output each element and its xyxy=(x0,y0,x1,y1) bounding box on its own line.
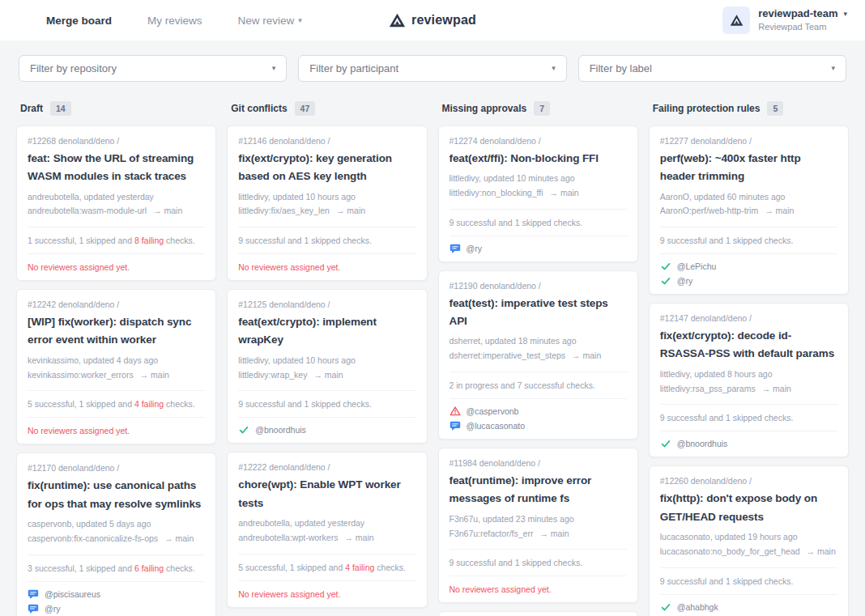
reviewer-handle[interactable]: @LePichu xyxy=(677,261,717,271)
pr-title[interactable]: perf(web): ~400x faster http header trim… xyxy=(660,150,837,186)
nav-merge-board[interactable]: Merge board xyxy=(46,15,112,27)
reviewer-handle[interactable]: @bnoordhuis xyxy=(255,425,306,435)
pr-card[interactable]: #12242 denoland/deno / [WIP] fix(worker)… xyxy=(16,289,216,444)
pr-checks-status: 9 successful and 1 skipped checks. xyxy=(660,227,837,253)
check-icon xyxy=(660,275,671,287)
reviewer-handle[interactable]: @bnoordhuis xyxy=(677,439,728,448)
nav-my-reviews[interactable]: My reviews xyxy=(147,15,202,27)
reviewer-handle[interactable]: @lucacasonato xyxy=(467,421,526,431)
pr-title[interactable]: feat: Show the URL of streaming WASM mod… xyxy=(28,150,205,186)
reviewer-handle[interactable]: @ry xyxy=(45,604,60,614)
pr-title[interactable]: [WIP] fix(worker): dispatch sync error e… xyxy=(28,313,205,350)
checks-text: checks. xyxy=(164,399,195,409)
pr-author-updated: AaronO, updated 60 minutes ago xyxy=(660,190,837,205)
pr-card[interactable]: #12268 denoland/deno / feat: Show the UR… xyxy=(16,125,216,281)
pr-card[interactable]: #12222 denoland/deno / chore(wpt): Enabl… xyxy=(227,452,427,607)
pr-card[interactable]: #12260 denoland/deno / fix(http): don't … xyxy=(649,465,849,616)
pr-reviewers-list: @ry xyxy=(450,236,627,261)
pr-title[interactable]: fix(ext/crypto): decode id-RSASSA-PSS wi… xyxy=(660,327,837,363)
pr-target-branch: → main xyxy=(140,368,169,383)
column-count-badge: 7 xyxy=(534,101,550,116)
check-icon xyxy=(660,438,671,449)
pr-id-repo: #12260 denoland/deno / xyxy=(660,476,837,486)
column-cards: #12268 denoland/deno / feat: Show the UR… xyxy=(16,125,216,616)
reviewer-handle[interactable]: @ry xyxy=(467,244,482,253)
pr-target-branch: → main xyxy=(549,186,578,201)
account-team: Reviewpad Team xyxy=(758,21,847,32)
pr-card[interactable]: #12277 denoland/deno / perf(web): ~400x … xyxy=(649,125,849,295)
pr-source-branch: kevinkassimo:worker_errors xyxy=(28,368,134,383)
pr-source-branch: littledivy:wrap_key xyxy=(238,368,307,383)
nav-new-review-label: New review xyxy=(238,15,295,27)
board-column: Git conflicts 47 #12146 denoland/deno / … xyxy=(227,96,427,616)
chevron-down-icon: ▾ xyxy=(831,65,835,72)
filter-bar: Filter by repository ▾ Filter by partici… xyxy=(0,40,865,93)
no-reviewers-warning: No reviewers assigned yet. xyxy=(28,417,205,444)
checks-text: 9 successful and 1 skipped checks. xyxy=(450,558,583,567)
pr-checks-status: 1 successful, 1 skipped and 8 failing ch… xyxy=(28,227,205,253)
checks-text: 9 successful and 1 skipped checks. xyxy=(660,413,794,423)
checks-text: 9 successful and 1 skipped checks. xyxy=(660,236,794,245)
pr-title[interactable]: fix(runtime): use canonical paths for op… xyxy=(28,477,205,513)
pr-card[interactable]: #12147 denoland/deno / fix(ext/crypto): … xyxy=(649,303,849,457)
pr-title[interactable]: feat(test): imperative test steps API xyxy=(450,295,627,331)
reviewer-row: @bnoordhuis xyxy=(660,438,837,449)
repository-filter[interactable]: Filter by repository ▾ xyxy=(19,55,287,82)
reviewer-row: @ry xyxy=(660,275,837,287)
pr-id-repo: #12277 denoland/deno / xyxy=(660,136,837,146)
account-menu[interactable]: reviewpad-team ▾ Reviewpad Team xyxy=(722,6,865,34)
pr-author-updated: littledivy, updated 10 hours ago xyxy=(238,190,415,205)
column-header: Draft 14 xyxy=(20,101,216,116)
pr-title[interactable]: chore(wpt): Enable WPT worker tests xyxy=(238,476,415,512)
chevron-down-icon: ▾ xyxy=(552,65,556,72)
pr-checks-status: 9 successful and 1 skipped checks. xyxy=(238,227,415,253)
board-column: Failing protection rules 5 #12277 denola… xyxy=(649,96,849,616)
checks-text: 9 successful and 1 skipped checks. xyxy=(660,576,794,586)
pr-card[interactable]: #12278 denoland/deno / feat: web Serial … xyxy=(438,611,638,616)
pr-id-repo: #11984 denoland/deno / xyxy=(450,458,627,468)
failing-checks-count: 4 failing xyxy=(134,399,164,409)
checks-text: 3 successful, 1 skipped and xyxy=(28,563,134,573)
pr-branch-line: littledivy:fix/aes_key_len → main xyxy=(238,204,415,227)
check-icon xyxy=(660,261,671,272)
reviewer-handle[interactable]: @ahabhgk xyxy=(677,602,718,612)
pr-card[interactable]: #12274 denoland/deno / feat(ext/ffi): No… xyxy=(438,125,638,262)
pr-checks-status: 9 successful and 1 skipped checks. xyxy=(450,209,627,236)
pr-title[interactable]: fix(http): don't expose body on GET/HEAD… xyxy=(660,490,837,526)
pr-card[interactable]: #11984 denoland/deno / feat(runtime): im… xyxy=(438,448,638,603)
reviewer-handle[interactable]: @piscisaureus xyxy=(45,589,100,599)
column-count-badge: 5 xyxy=(767,101,783,116)
pr-author-updated: dsherret, updated 18 minutes ago xyxy=(450,334,627,349)
pr-card[interactable]: #12146 denoland/deno / fix(ext/crypto): … xyxy=(227,125,427,281)
pr-branch-line: andreubotella:wasm-module-url → main xyxy=(28,204,205,227)
pr-title[interactable]: feat(ext/crypto): implement wrapKey xyxy=(238,313,415,350)
participant-filter[interactable]: Filter by participant ▾ xyxy=(298,55,566,82)
pr-card[interactable]: #12190 denoland/deno / feat(test): imper… xyxy=(438,270,638,440)
pr-title[interactable]: fix(ext/crypto): key generation based on… xyxy=(238,150,415,186)
column-title: Git conflicts xyxy=(231,103,287,114)
label-filter[interactable]: Filter by label ▾ xyxy=(578,55,846,82)
reviewer-row: @ry xyxy=(28,603,205,614)
check-icon xyxy=(238,424,249,435)
pr-source-branch: dsherret:imperative_test_steps xyxy=(450,349,566,363)
pr-branch-line: lucacasonato:no_body_for_get_head → main xyxy=(660,545,837,567)
nav-new-review[interactable]: New review ▾ xyxy=(238,15,302,27)
pr-checks-status: 9 successful and 1 skipped checks. xyxy=(660,404,837,431)
pr-card[interactable]: #12125 denoland/deno / feat(ext/crypto):… xyxy=(227,289,427,444)
pr-branch-line: F3n67u:refactor/fs_err → main xyxy=(450,527,627,550)
reviewpad-logo: reviewpad xyxy=(389,12,476,28)
reviewer-handle[interactable]: @caspervonb xyxy=(467,406,519,416)
chevron-down-icon: ▾ xyxy=(272,65,276,72)
pr-checks-status: 9 successful and 1 skipped checks. xyxy=(450,549,627,576)
pr-title[interactable]: feat(runtime): improve error messages of… xyxy=(450,472,627,508)
failing-checks-count: 6 failing xyxy=(134,563,164,573)
pr-author-updated: lucacasonato, updated 19 hours ago xyxy=(660,530,837,545)
comment-icon xyxy=(28,588,39,600)
column-title: Failing protection rules xyxy=(653,103,761,114)
pr-card[interactable]: #12170 denoland/deno / fix(runtime): use… xyxy=(16,452,216,616)
reviewer-row: @piscisaureus xyxy=(28,588,205,600)
column-title: Missing approvals xyxy=(442,103,527,114)
pr-source-branch: andreubotella:wasm-module-url xyxy=(28,204,147,219)
reviewer-handle[interactable]: @ry xyxy=(677,276,692,286)
pr-title[interactable]: feat(ext/ffi): Non-blocking FFI xyxy=(450,150,627,168)
